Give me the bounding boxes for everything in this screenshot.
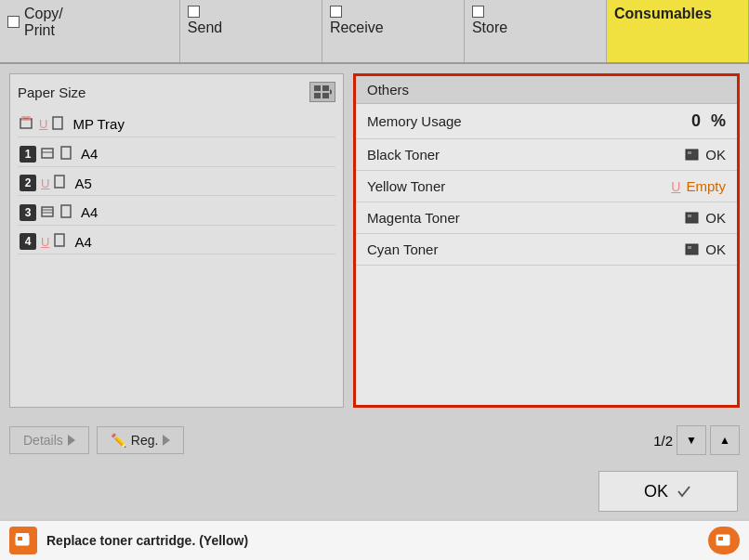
svg-rect-0 bbox=[314, 85, 321, 91]
tab-send-checkbox bbox=[188, 6, 200, 18]
tab-copy-print-checkbox bbox=[7, 16, 20, 28]
memory-usage-label: Memory Usage bbox=[367, 113, 691, 129]
tab-send[interactable]: Send bbox=[180, 0, 322, 62]
tab-consumables[interactable]: Consumables bbox=[607, 0, 749, 62]
status-bar: Replace toner cartridge. (Yellow) bbox=[0, 519, 749, 560]
magenta-toner-row: Magenta Toner OK bbox=[356, 202, 737, 234]
svg-rect-17 bbox=[686, 150, 698, 160]
magenta-toner-label: Magenta Toner bbox=[367, 210, 685, 226]
bottom-controls: Details ✏️ Reg. 1/2 ▼ ▲ bbox=[0, 417, 749, 463]
tray-row-1[interactable]: 1 A4 bbox=[18, 141, 335, 167]
tray-mp-icon bbox=[20, 115, 34, 133]
tray-4-num: 4 bbox=[20, 233, 36, 250]
svg-rect-1 bbox=[322, 85, 329, 91]
svg-rect-10 bbox=[61, 147, 71, 159]
ok-row: OK bbox=[0, 463, 749, 519]
tray-1-num: 1 bbox=[20, 146, 36, 163]
tab-receive-checkbox bbox=[330, 6, 342, 18]
yellow-toner-icon: U bbox=[671, 179, 680, 194]
reg-button[interactable]: ✏️ Reg. bbox=[97, 426, 185, 454]
paper-size-header: Paper Size bbox=[18, 82, 335, 102]
tab-bar: Copy/Print Send Receive Store Consumable… bbox=[0, 0, 749, 64]
tray-2-label: A5 bbox=[74, 176, 91, 191]
svg-rect-2 bbox=[314, 93, 321, 98]
tray-mp-label: MP Tray bbox=[72, 116, 125, 132]
tab-copy-print[interactable]: Copy/Print bbox=[0, 0, 180, 62]
tab-copy-print-label: Copy/Print bbox=[24, 6, 63, 39]
yellow-toner-row: Yellow Toner U Empty bbox=[356, 171, 737, 202]
ok-button[interactable]: OK bbox=[598, 471, 738, 512]
svg-rect-12 bbox=[42, 207, 53, 216]
svg-rect-11 bbox=[55, 176, 64, 188]
tray-3-label: A4 bbox=[81, 204, 98, 220]
paper-size-panel: Paper Size U bbox=[9, 73, 344, 408]
tray-2-paper-icon bbox=[54, 175, 66, 191]
ok-checkmark-icon bbox=[676, 483, 692, 500]
tray-3-num: 3 bbox=[20, 204, 36, 221]
tray-2-icon: U bbox=[41, 176, 49, 190]
tray-2-num: 2 bbox=[20, 175, 36, 191]
svg-rect-18 bbox=[688, 151, 691, 154]
tray-3-icon bbox=[41, 203, 56, 221]
tab-receive-label: Receive bbox=[330, 20, 384, 36]
others-body: Memory Usage 0 % Black Toner OK Yellow T… bbox=[356, 104, 737, 405]
reg-label: Reg. bbox=[131, 433, 159, 448]
yellow-toner-label: Yellow Toner bbox=[367, 178, 671, 194]
svg-rect-25 bbox=[16, 533, 29, 536]
reg-chevron-icon bbox=[163, 435, 170, 446]
cyan-toner-value: OK bbox=[685, 241, 726, 257]
svg-rect-8 bbox=[42, 149, 53, 158]
svg-rect-22 bbox=[688, 246, 691, 249]
memory-usage-row: Memory Usage 0 % bbox=[356, 104, 737, 139]
svg-rect-24 bbox=[18, 537, 22, 540]
main-area: Paper Size U bbox=[0, 64, 749, 417]
tab-receive[interactable]: Receive bbox=[322, 0, 465, 62]
tray-4-paper-icon bbox=[54, 233, 66, 250]
tray-1-icon bbox=[41, 145, 56, 163]
black-toner-icon bbox=[685, 149, 700, 162]
page-number: 1/2 bbox=[653, 433, 673, 449]
others-header: Others bbox=[356, 76, 737, 104]
ok-label: OK bbox=[644, 482, 668, 501]
svg-rect-15 bbox=[61, 205, 71, 217]
tray-row-2[interactable]: 2 U A5 bbox=[18, 171, 335, 196]
details-button[interactable]: Details bbox=[9, 426, 89, 454]
svg-rect-27 bbox=[718, 537, 723, 540]
svg-marker-4 bbox=[330, 89, 332, 95]
tab-consumables-label: Consumables bbox=[614, 6, 712, 22]
svg-rect-16 bbox=[55, 234, 64, 246]
tray-3-paper-icon bbox=[60, 204, 72, 221]
nav-down-button[interactable]: ▼ bbox=[677, 425, 706, 455]
svg-rect-3 bbox=[322, 93, 329, 98]
pencil-icon: ✏️ bbox=[111, 433, 126, 448]
details-chevron-icon bbox=[68, 435, 75, 446]
cyan-toner-row: Cyan Toner OK bbox=[356, 234, 737, 266]
tray-mp-underline: U bbox=[39, 117, 47, 131]
others-panel: Others Memory Usage 0 % Black Toner OK bbox=[353, 73, 740, 408]
magenta-toner-value: OK bbox=[685, 210, 726, 226]
details-label: Details bbox=[23, 433, 63, 448]
svg-rect-7 bbox=[53, 117, 62, 129]
tray-1-paper-icon bbox=[60, 146, 72, 163]
tray-1-label: A4 bbox=[81, 146, 98, 162]
nav-up-button[interactable]: ▲ bbox=[710, 425, 740, 455]
cyan-toner-icon bbox=[685, 243, 700, 256]
svg-rect-19 bbox=[686, 213, 698, 223]
black-toner-row: Black Toner OK bbox=[356, 139, 737, 171]
tab-store[interactable]: Store bbox=[465, 0, 607, 62]
tray-row-3[interactable]: 3 A4 bbox=[18, 200, 335, 226]
tray-4-label: A4 bbox=[74, 234, 91, 250]
cyan-toner-label: Cyan Toner bbox=[367, 241, 685, 257]
tray-row-4[interactable]: 4 U A4 bbox=[18, 229, 335, 254]
page-info: 1/2 ▼ ▲ bbox=[653, 425, 740, 455]
tray-row-mp[interactable]: U MP Tray bbox=[18, 111, 335, 137]
tray-4-icon: U bbox=[41, 235, 49, 249]
grid-view-button[interactable] bbox=[309, 82, 335, 102]
tray-mp-paper-icon bbox=[52, 116, 64, 133]
black-toner-label: Black Toner bbox=[367, 147, 685, 163]
svg-rect-21 bbox=[686, 244, 698, 254]
paper-size-title: Paper Size bbox=[18, 85, 85, 100]
tab-store-label: Store bbox=[472, 20, 507, 36]
magenta-toner-icon bbox=[685, 212, 700, 225]
black-toner-value: OK bbox=[685, 147, 726, 163]
